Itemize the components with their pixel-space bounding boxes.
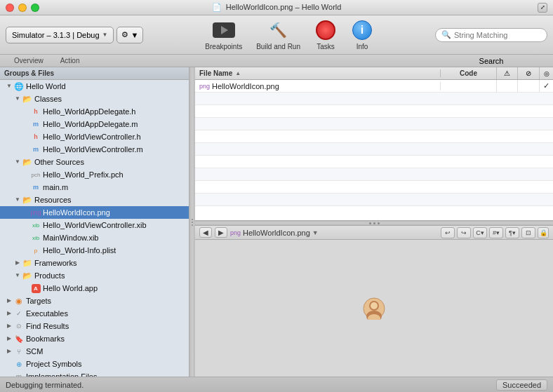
minimize-button[interactable] <box>18 4 27 12</box>
toolbar-center: Breakpoints 🔨 Build and Run Tasks i Info <box>149 18 429 52</box>
sidebar-item-classes[interactable]: Classes <box>0 93 189 105</box>
hw-icon-png-label: HelloWorldIcon.png <box>43 208 110 217</box>
sidebar-item-hw-icon-png[interactable]: png HelloWorldIcon.png <box>0 206 189 219</box>
triangle-resources <box>14 196 21 203</box>
horizontal-splitter[interactable] <box>195 220 553 226</box>
col-name-header[interactable]: File Name ▲ <box>195 69 441 77</box>
sidebar-item-hw-app-delegate-h[interactable]: h Hello_WorldAppDelegate.h <box>0 105 189 118</box>
sidebar-item-targets[interactable]: ◉ Targets <box>0 295 189 307</box>
triangle-other-sources <box>14 158 21 165</box>
file-png-icon: png <box>31 208 41 217</box>
triangle-targets <box>6 297 13 304</box>
file-xib-icon: xib <box>31 220 41 230</box>
triangle-hw-vc-h <box>22 133 29 140</box>
preview-btn-1[interactable]: ↩ <box>441 227 455 238</box>
vertical-splitter[interactable] <box>189 67 195 377</box>
triangle-hw-icon-png <box>22 209 29 216</box>
hw-vc-xib-label: Hello_WorldViewController.xib <box>43 221 147 229</box>
main-label: main.m <box>43 183 68 191</box>
sidebar-item-hw-info-plist[interactable]: p Hello_World-Info.plist <box>0 244 189 257</box>
classes-folder-icon <box>22 94 32 104</box>
preview-btn-2[interactable]: ↪ <box>457 227 471 238</box>
sidebar-item-executables[interactable]: ✓ Executables <box>0 307 189 320</box>
splitter-dots <box>192 219 193 226</box>
empty-row-3 <box>195 118 553 130</box>
close-button[interactable] <box>6 4 14 12</box>
hw-vc-m-label: Hello_WorldViewController.m <box>43 145 143 154</box>
search-icon: 🔍 <box>441 30 451 39</box>
file-row-icon: png <box>199 83 210 90</box>
sidebar-item-main-window-xib[interactable]: xib MainWindow.xib <box>0 231 189 244</box>
sidebar-item-other-sources[interactable]: Other Sources <box>0 156 189 168</box>
frameworks-folder-icon <box>22 258 32 268</box>
file-table-header: File Name ▲ Code ⚠ ⊘ ◎ <box>195 67 553 80</box>
window-title: 📄 HelloWorldIcon.png – Hello World <box>212 3 342 12</box>
svg-point-3 <box>371 302 378 309</box>
preview-btn-3[interactable]: C▾ <box>473 227 487 238</box>
impl-files-label: Implementation Files <box>26 372 98 377</box>
triangle-hw-info-plist <box>22 247 29 254</box>
left-labels: Overview Action <box>6 57 167 65</box>
file-row-warn <box>497 80 518 92</box>
maximize-button[interactable] <box>31 4 39 12</box>
sidebar-item-impl-files[interactable]: m Implementation Files <box>0 370 189 377</box>
table-row[interactable]: png HelloWorldIcon.png ✓ <box>195 80 553 93</box>
sidebar-item-hw-vc-xib[interactable]: xib Hello_WorldViewController.xib <box>0 219 189 231</box>
hw-prefix-label: Hello_World_Prefix.pch <box>43 170 124 179</box>
breakpoints-button[interactable]: Breakpoints <box>198 18 249 52</box>
search-input[interactable] <box>454 31 541 39</box>
sidebar-item-hw-prefix[interactable]: pch Hello_World_Prefix.pch <box>0 168 189 181</box>
sidebar-item-hw-vc-h[interactable]: h Hello_WorldViewController.h <box>0 130 189 143</box>
sidebar-item-hw-vc-m[interactable]: m Hello_WorldViewController.m <box>0 143 189 156</box>
build-run-button[interactable]: 🔨 Build and Run <box>249 18 307 52</box>
resize-button[interactable]: ⤢ <box>538 3 547 13</box>
simulator-label: Simulator – 3.1.3 | Debug <box>12 31 100 39</box>
sidebar-item-products[interactable]: Products <box>0 269 189 282</box>
gear-button[interactable]: ⚙ ▼ <box>116 27 143 43</box>
triangle-frameworks <box>14 259 21 266</box>
info-button[interactable]: i Info <box>344 18 380 52</box>
sidebar-item-main[interactable]: m main.m <box>0 181 189 194</box>
search-box[interactable]: 🔍 <box>435 28 547 42</box>
sidebar-item-bookmarks[interactable]: 🔖 Bookmarks <box>0 332 189 345</box>
main-window-xib-label: MainWindow.xib <box>43 234 98 242</box>
sidebar-item-project-symbols[interactable]: ⊕ Project Symbols <box>0 358 189 370</box>
col-warn-header[interactable]: ⚠ <box>497 67 518 79</box>
sidebar-item-resources[interactable]: Resources <box>0 194 189 206</box>
triangle-classes <box>14 95 21 102</box>
sidebar-item-hw-app-delegate-m[interactable]: m Hello_WorldAppDelegate.m <box>0 118 189 130</box>
status-text: Debugging terminated. <box>6 381 496 389</box>
preview-lock-button[interactable]: 🔒 <box>538 227 549 238</box>
bookmarks-label: Bookmarks <box>26 334 65 343</box>
warn-header-icon: ⚠ <box>504 69 510 77</box>
sidebar-item-find-results[interactable]: ⊙ Find Results <box>0 320 189 332</box>
sidebar-scroll[interactable]: 🌐 Hello World Classes h Hello_WorldAppDe… <box>0 80 189 377</box>
hello-world-label: Hello World <box>26 82 66 90</box>
sidebar-item-scm[interactable]: ⑂ SCM <box>0 345 189 358</box>
file-plist-icon: p <box>31 245 41 255</box>
col-err-header[interactable]: ⊘ <box>518 67 539 79</box>
preview-toolbar: ◀ ▶ png HelloWorldIcon.png ▼ ↩ ↪ C▾ #▾ ¶… <box>195 226 553 240</box>
tasks-button[interactable]: Tasks <box>307 18 344 52</box>
sidebar-item-frameworks[interactable]: Frameworks <box>0 257 189 269</box>
sidebar-item-hw-app[interactable]: A Hello World.app <box>0 282 189 295</box>
file-main-icon: m <box>31 182 41 192</box>
executables-icon: ✓ <box>14 309 24 318</box>
triangle-bookmarks <box>6 335 13 342</box>
preview-btn-6[interactable]: ⊡ <box>521 227 535 238</box>
sidebar-item-hello-world[interactable]: 🌐 Hello World <box>0 80 189 93</box>
triangle-hw-vc-m <box>22 146 29 153</box>
triangle-find-results <box>6 323 13 330</box>
resources-label: Resources <box>34 196 72 204</box>
hsplitter-dot <box>378 222 380 224</box>
preview-btn-5[interactable]: ¶▾ <box>505 227 519 238</box>
preview-btn-4[interactable]: #▾ <box>489 227 503 238</box>
col-code-header[interactable]: Code <box>441 67 497 79</box>
right-content: File Name ▲ Code ⚠ ⊘ ◎ png HelloWorldI <box>195 67 553 377</box>
empty-row-7 <box>195 168 553 181</box>
toolbar-left: Simulator – 3.1.3 | Debug ▼ ⚙ ▼ <box>6 27 143 43</box>
col-target-header[interactable]: ◎ <box>539 67 553 79</box>
simulator-dropdown[interactable]: Simulator – 3.1.3 | Debug ▼ <box>6 27 114 43</box>
next-button[interactable]: ▶ <box>215 227 227 238</box>
prev-button[interactable]: ◀ <box>199 227 212 238</box>
